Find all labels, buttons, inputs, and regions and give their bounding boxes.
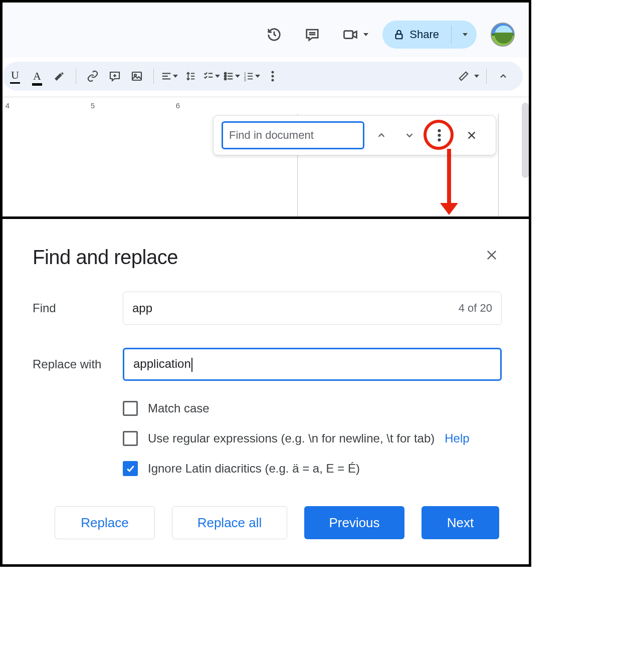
find-in-document-input[interactable] xyxy=(222,121,364,149)
share-label: Share xyxy=(409,28,439,41)
find-next-button[interactable] xyxy=(398,124,421,146)
find-more-options-button[interactable] xyxy=(427,123,452,148)
vertical-scrollbar[interactable] xyxy=(522,103,529,178)
more-toolbar-button[interactable] xyxy=(263,67,282,86)
caret-down-icon xyxy=(215,75,220,78)
collapse-toolbar-button[interactable] xyxy=(494,67,513,86)
add-comment-button[interactable] xyxy=(105,67,124,86)
bulleted-list-button[interactable] xyxy=(223,71,240,82)
editing-mode-button[interactable] xyxy=(458,71,479,82)
find-count: 4 of 20 xyxy=(459,302,492,315)
video-icon xyxy=(338,23,362,47)
regex-checkbox[interactable] xyxy=(123,431,138,446)
find-value: app xyxy=(132,301,152,315)
title-bar-right: Share xyxy=(3,3,529,53)
dialog-button-row: Replace Replace all Previous Next xyxy=(33,506,502,539)
caret-down-icon xyxy=(463,33,468,36)
share-dropdown[interactable] xyxy=(459,21,477,49)
svg-rect-7 xyxy=(132,72,141,80)
meet-button[interactable] xyxy=(338,23,368,47)
insert-link-button[interactable] xyxy=(83,67,102,86)
dialog-title: Find and replace xyxy=(33,246,502,269)
regex-label: Use regular expressions (e.g. \n for new… xyxy=(148,431,435,445)
text-color-button[interactable]: A xyxy=(28,67,47,86)
previous-button[interactable]: Previous xyxy=(304,506,404,539)
caret-down-icon xyxy=(173,75,178,78)
regex-option: Use regular expressions (e.g. \n for new… xyxy=(123,431,502,446)
annotation-arrow xyxy=(447,149,451,204)
replace-field-row: Replace with application xyxy=(33,348,502,381)
svg-point-32 xyxy=(272,79,274,82)
share-button[interactable]: Share xyxy=(382,21,477,49)
ruler-mark: 5 xyxy=(91,101,95,110)
ruler: 4 5 6 xyxy=(3,95,529,115)
svg-point-20 xyxy=(225,78,227,80)
regex-help-link[interactable]: Help xyxy=(445,431,469,445)
avatar[interactable] xyxy=(491,23,515,47)
checklist-button[interactable] xyxy=(203,71,220,82)
svg-rect-4 xyxy=(396,34,402,39)
match-case-option: Match case xyxy=(123,401,502,416)
ruler-mark: 6 xyxy=(176,101,180,110)
find-replace-dialog: Find and replace Find app 4 of 20 Replac… xyxy=(3,219,529,564)
find-label: Find xyxy=(33,301,123,315)
dialog-close-button[interactable] xyxy=(482,245,502,265)
svg-point-31 xyxy=(272,75,274,78)
share-divider xyxy=(451,26,452,44)
text-cursor xyxy=(191,358,192,372)
svg-text:3: 3 xyxy=(244,78,246,82)
match-case-checkbox[interactable] xyxy=(123,401,138,416)
find-input[interactable]: app 4 of 20 xyxy=(123,292,502,325)
find-bar xyxy=(213,115,496,155)
svg-rect-2 xyxy=(344,31,353,39)
tutorial-composite-frame: Share U A xyxy=(0,0,531,567)
caret-down-icon xyxy=(474,75,479,78)
replace-button[interactable]: Replace xyxy=(55,506,155,539)
replace-input[interactable]: application xyxy=(123,348,502,381)
svg-marker-3 xyxy=(353,32,357,38)
numbered-list-button[interactable]: 123 xyxy=(243,71,260,82)
find-close-button[interactable] xyxy=(461,124,483,146)
toolbar-separator xyxy=(486,69,487,84)
svg-point-19 xyxy=(225,75,227,77)
formatting-toolbar: U A xyxy=(3,62,523,91)
match-case-label: Match case xyxy=(148,401,210,415)
find-previous-button[interactable] xyxy=(370,124,392,146)
caret-down-icon xyxy=(235,75,240,78)
caret-down-icon xyxy=(363,33,368,36)
svg-point-18 xyxy=(225,73,227,75)
align-button[interactable] xyxy=(161,71,178,82)
annotation-highlight-circle xyxy=(424,120,454,150)
replace-value: application xyxy=(133,357,191,370)
history-icon[interactable] xyxy=(262,23,286,47)
diacritics-label: Ignore Latin diacritics (e.g. ä = a, E =… xyxy=(148,462,360,476)
docs-window-top: Share U A xyxy=(3,3,529,219)
insert-image-button[interactable] xyxy=(127,67,146,86)
comments-icon[interactable] xyxy=(300,23,324,47)
underline-button[interactable]: U xyxy=(6,67,25,86)
toolbar-separator xyxy=(153,69,154,84)
diacritics-checkbox[interactable] xyxy=(123,461,138,476)
highlight-button[interactable] xyxy=(50,67,69,86)
caret-down-icon xyxy=(255,75,260,78)
next-button[interactable]: Next xyxy=(422,506,499,539)
ruler-mark: 4 xyxy=(6,101,10,110)
toolbar-separator xyxy=(76,69,76,84)
svg-point-30 xyxy=(272,71,274,74)
replace-label: Replace with xyxy=(33,357,123,371)
replace-all-button[interactable]: Replace all xyxy=(172,506,287,539)
lock-icon xyxy=(393,29,404,40)
options-group: Match case Use regular expressions (e.g.… xyxy=(123,401,502,476)
line-spacing-button[interactable] xyxy=(181,67,200,86)
find-field-row: Find app 4 of 20 xyxy=(33,292,502,325)
diacritics-option: Ignore Latin diacritics (e.g. ä = a, E =… xyxy=(123,461,502,476)
